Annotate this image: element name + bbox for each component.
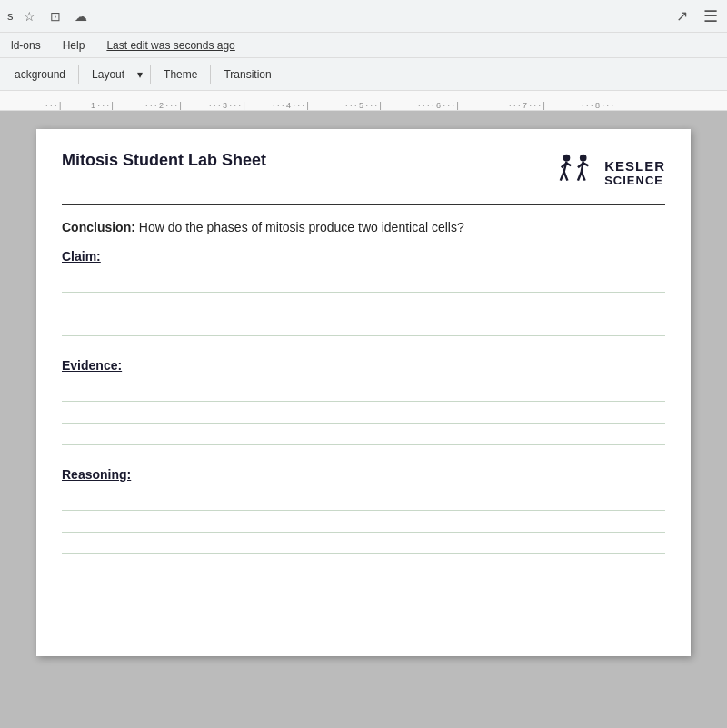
reasoning-line-2 <box>62 511 665 533</box>
ruler-marks: · · · | 1 · · · | · · · 2 · · · | · · · … <box>18 91 727 110</box>
evidence-lines <box>62 380 665 445</box>
slide-area: Mitosis Student Lab Sheet <box>0 111 727 728</box>
conclusion-body: How do the phases of mitosis produce two… <box>135 220 464 234</box>
logo-name: KESLER <box>604 158 665 174</box>
top-bar: s ☆ ⊡ ☁ ↗ ☰ <box>0 0 727 33</box>
evidence-line-1 <box>62 380 665 402</box>
toolbar: ackground Layout ▾ Theme Transition <box>0 58 727 91</box>
reasoning-line-3 <box>62 533 665 554</box>
claim-line-2 <box>62 293 665 314</box>
evidence-section: Evidence: <box>62 358 665 445</box>
conclusion-question: Conclusion: How do the phases of mitosis… <box>62 220 665 234</box>
svg-line-11 <box>583 163 589 165</box>
logo-text: KESLER SCIENCE <box>604 158 665 187</box>
reasoning-line-1 <box>62 489 665 511</box>
claim-label: Claim: <box>62 249 665 264</box>
separator-3 <box>210 65 211 84</box>
slide: Mitosis Student Lab Sheet <box>36 129 691 656</box>
svg-point-6 <box>580 155 587 162</box>
top-right-actions: ↗ ☰ <box>672 7 720 25</box>
reasoning-lines <box>62 489 665 554</box>
menu-icon[interactable]: ☰ <box>702 7 720 25</box>
conclusion-label: Conclusion: <box>62 220 135 234</box>
svg-line-5 <box>567 163 572 165</box>
svg-point-0 <box>563 155 571 162</box>
logo-svg <box>555 151 599 194</box>
evidence-line-3 <box>62 424 665 445</box>
svg-line-3 <box>564 172 568 181</box>
claim-lines <box>62 271 665 336</box>
separator-2 <box>150 65 151 84</box>
menu-bar: ld-ons Help Last edit was seconds ago <box>0 33 727 58</box>
top-bar-icons: ☆ ⊡ ☁ <box>21 7 90 25</box>
evidence-label: Evidence: <box>62 358 665 373</box>
theme-btn[interactable]: Theme <box>156 65 204 85</box>
slide-title: Mitosis Student Lab Sheet <box>62 151 266 170</box>
layout-arrow[interactable]: ▾ <box>135 65 144 85</box>
cloud-icon[interactable]: ☁ <box>72 7 90 25</box>
claim-section: Claim: <box>62 249 665 336</box>
trend-icon[interactable]: ↗ <box>672 7 691 25</box>
reasoning-label: Reasoning: <box>62 467 665 482</box>
layout-btn[interactable]: Layout <box>85 65 132 85</box>
claim-line-3 <box>62 314 665 336</box>
kesler-logo-icon <box>555 151 599 194</box>
reasoning-section: Reasoning: <box>62 467 665 554</box>
transition-btn[interactable]: Transition <box>216 65 278 85</box>
separator-1 <box>78 65 79 84</box>
ruler: · · · | 1 · · · | · · · 2 · · · | · · · … <box>0 91 727 111</box>
evidence-line-2 <box>62 402 665 424</box>
title-text: s <box>7 9 14 23</box>
logo-sub: SCIENCE <box>604 174 663 187</box>
svg-line-9 <box>582 172 585 181</box>
claim-line-1 <box>62 271 665 293</box>
background-btn[interactable]: ackground <box>7 65 73 85</box>
save-icon[interactable]: ⊡ <box>46 7 65 25</box>
logo-area: KESLER SCIENCE <box>555 151 665 194</box>
addons-menu[interactable]: ld-ons <box>7 37 45 54</box>
slide-header: Mitosis Student Lab Sheet <box>62 151 665 205</box>
star-icon[interactable]: ☆ <box>21 7 39 25</box>
help-menu[interactable]: Help <box>59 37 89 54</box>
last-edit-status: Last edit was seconds ago <box>103 37 238 54</box>
